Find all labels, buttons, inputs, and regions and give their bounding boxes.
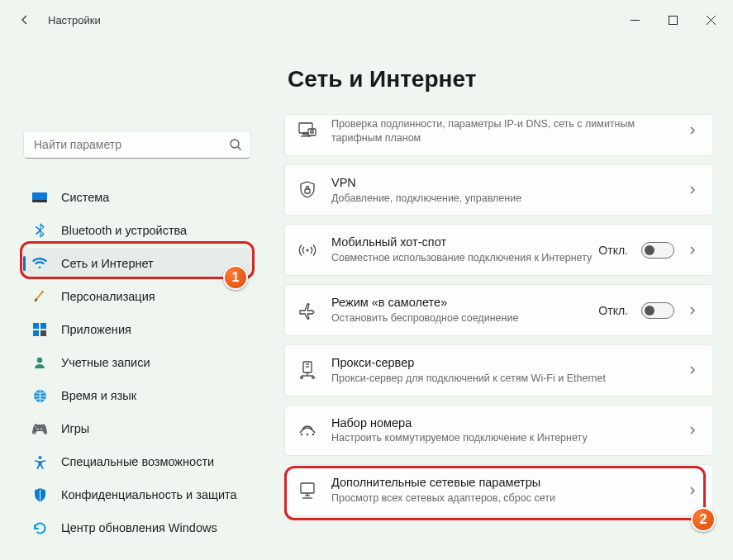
proxy-icon — [297, 361, 318, 379]
minimize-button[interactable] — [616, 7, 654, 33]
update-icon — [31, 520, 48, 536]
sidebar-item-bluetooth[interactable]: Bluetooth и устройства — [23, 215, 251, 246]
airplane-toggle[interactable] — [641, 302, 674, 319]
hotspot-icon — [297, 242, 318, 259]
sidebar-item-label: Bluetooth и устройства — [61, 224, 187, 237]
maximize-button[interactable] — [654, 7, 692, 33]
chevron-right-icon — [688, 126, 697, 135]
svg-point-19 — [307, 249, 309, 251]
card-title: Мобильный хот-спот — [331, 235, 598, 250]
bluetooth-icon — [31, 222, 48, 239]
window-controls — [616, 7, 730, 33]
search-icon — [229, 138, 242, 151]
svg-point-26 — [312, 377, 315, 379]
card-subtitle: Просмотр всех сетевых адаптеров, сброс с… — [331, 491, 688, 505]
svg-point-4 — [231, 140, 239, 148]
card-ethernet[interactable]: Проверка подлинности, параметры IP-и DNS… — [284, 114, 713, 156]
card-advanced-network[interactable]: Дополнительные сетевые параметры Просмот… — [284, 464, 713, 516]
sidebar-item-label: Приложения — [61, 323, 131, 336]
gamepad-icon: 🎮 — [31, 420, 48, 437]
card-title: Режим «в самолете» — [331, 295, 598, 311]
chevron-right-icon — [688, 486, 697, 496]
main-content: Сеть и Интернет Проверка подлинности, па… — [264, 40, 733, 560]
globe-clock-icon — [31, 387, 48, 404]
card-subtitle: Настроить коммутируемое подключение к Ин… — [331, 431, 688, 445]
sidebar-item-label: Учетные записи — [61, 356, 150, 369]
app-title: Настройки — [48, 14, 101, 26]
search-box[interactable] — [23, 131, 251, 159]
card-proxy[interactable]: Прокси-сервер Прокси-сервер для подключе… — [284, 344, 713, 396]
svg-rect-7 — [40, 323, 46, 329]
dialup-icon — [297, 423, 318, 438]
card-subtitle: Прокси-сервер для подключений к сетям Wi… — [331, 372, 688, 386]
sidebar-item-label: Время и язык — [61, 389, 136, 402]
arrow-left-icon — [18, 13, 31, 26]
close-button[interactable] — [692, 7, 730, 33]
maximize-icon — [669, 16, 678, 25]
card-vpn[interactable]: VPN Добавление, подключение, управление — [284, 164, 713, 216]
sidebar-item-accessibility[interactable]: Специальные возможности — [23, 446, 251, 477]
title-bar: Настройки — [0, 0, 733, 40]
card-dialup[interactable]: Набор номера Настроить коммутируемое под… — [284, 405, 713, 457]
system-icon — [31, 189, 48, 206]
apps-icon — [31, 321, 48, 338]
sidebar: Система Bluetooth и устройства Сеть и Ин… — [0, 40, 264, 560]
chevron-right-icon — [688, 306, 697, 316]
sidebar-item-label: Сеть и Интернет — [61, 257, 154, 270]
card-title: Набор номера — [331, 415, 688, 431]
svg-rect-14 — [303, 133, 308, 135]
svg-rect-6 — [33, 323, 39, 329]
card-title: Дополнительные сетевые параметры — [331, 475, 688, 491]
user-icon — [31, 354, 48, 371]
card-subtitle: Совместное использование подключения к И… — [331, 251, 598, 265]
search-input[interactable] — [32, 137, 229, 152]
svg-rect-16 — [308, 129, 316, 135]
sidebar-item-privacy[interactable]: Конфиденциальность и защита — [23, 479, 251, 510]
sidebar-item-apps[interactable]: Приложения — [23, 314, 251, 345]
card-title: VPN — [331, 175, 688, 191]
sidebar-item-windows-update[interactable]: Центр обновления Windows — [23, 512, 251, 543]
card-hotspot[interactable]: Мобильный хот-спот Совместное использова… — [284, 224, 713, 276]
hotspot-toggle[interactable] — [641, 242, 674, 259]
airplane-icon — [297, 301, 318, 320]
chevron-right-icon — [688, 245, 697, 255]
page-title: Сеть и Интернет — [288, 66, 713, 93]
toggle-state-label: Откл. — [598, 244, 628, 257]
svg-point-12 — [38, 456, 41, 459]
svg-point-28 — [307, 434, 308, 435]
card-title: Прокси-сервер — [331, 355, 688, 371]
sidebar-item-network[interactable]: Сеть и Интернет — [23, 248, 251, 279]
vpn-shield-icon — [297, 181, 318, 199]
svg-rect-30 — [301, 483, 314, 493]
chevron-right-icon — [688, 185, 697, 195]
svg-rect-18 — [305, 189, 310, 193]
wifi-icon — [31, 255, 48, 272]
brush-icon — [31, 288, 48, 305]
sidebar-item-personalization[interactable]: Персонализация — [23, 281, 251, 312]
svg-rect-9 — [40, 330, 46, 336]
svg-point-27 — [301, 434, 302, 435]
minimize-icon — [631, 16, 640, 25]
card-airplane[interactable]: Режим «в самолете» Остановить беспроводн… — [284, 284, 713, 336]
svg-point-10 — [37, 358, 43, 363]
sidebar-item-accounts[interactable]: Учетные записи — [23, 347, 251, 378]
back-button[interactable] — [8, 3, 41, 36]
chevron-right-icon — [688, 425, 697, 435]
sidebar-item-label: Центр обновления Windows — [61, 521, 217, 534]
accessibility-icon — [31, 453, 48, 470]
sidebar-item-time-language[interactable]: Время и язык — [23, 380, 251, 411]
ethernet-icon — [297, 122, 318, 139]
shield-icon — [31, 486, 48, 503]
sidebar-item-system[interactable]: Система — [23, 182, 251, 213]
sidebar-item-gaming[interactable]: 🎮 Игры — [23, 413, 251, 444]
sidebar-item-label: Специальные возможности — [61, 455, 214, 468]
sidebar-item-label: Персонализация — [61, 290, 155, 303]
sidebar-item-label: Конфиденциальность и защита — [61, 488, 237, 501]
advanced-network-icon — [297, 482, 318, 500]
svg-rect-8 — [33, 330, 39, 336]
sidebar-item-label: Система — [61, 191, 109, 204]
sidebar-item-label: Игры — [61, 422, 89, 435]
svg-point-29 — [312, 434, 314, 435]
svg-point-25 — [301, 377, 303, 379]
svg-rect-1 — [669, 16, 677, 24]
